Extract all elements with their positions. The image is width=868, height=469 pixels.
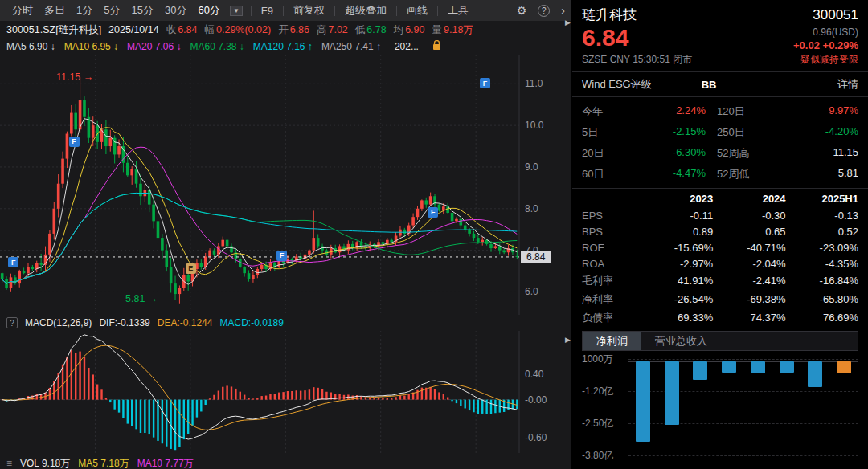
esg-row: Wind ESG评级 BB 详情: [572, 71, 868, 97]
macd-value-label: DEA:-0.1244: [158, 317, 213, 328]
quote-bar: 300051.SZ[琏升科技] 2025/10/14 收6.84幅0.29%(0…: [0, 21, 571, 39]
quote-field-label: 高: [317, 24, 327, 35]
current-price-label: 6.84: [521, 251, 551, 263]
adjust-mode-button[interactable]: 前复权: [288, 3, 330, 18]
lock-icon[interactable]: [432, 40, 441, 53]
fin-table-value: -23.09%: [786, 239, 858, 255]
chevron-right-icon[interactable]: ›: [561, 4, 565, 17]
overlay-button[interactable]: 超级叠加: [339, 3, 392, 18]
macd-axis-label: -0.60: [525, 432, 547, 443]
volume-legend-item: VOL 9.18万: [20, 457, 70, 469]
period-tab[interactable]: 5分: [98, 3, 125, 18]
candlestick-chart[interactable]: 11.010.09.08.07.06.06.84 FFEFFF11.15 →5.…: [0, 55, 572, 315]
announcement-marker-f[interactable]: F: [69, 137, 80, 147]
gear-icon[interactable]: ⚙: [517, 4, 527, 17]
period-tab[interactable]: 1分: [71, 3, 98, 18]
perf-label: 60日: [582, 167, 628, 181]
fin-table-value: -2.41%: [713, 271, 785, 290]
profit-bar[interactable]: [780, 361, 794, 373]
perf-label: 5日: [582, 125, 628, 140]
top-toolbar: 分时多日1分5分15分30分60分▼F9前复权超级叠加画线工具⚙?›: [0, 0, 571, 21]
fin-table-value: -4.35%: [786, 255, 858, 271]
fin-table-value: -26.54%: [641, 290, 713, 308]
macd-chart[interactable]: 0.40-0.00-0.60: [0, 331, 572, 453]
period-tab[interactable]: 多日: [39, 3, 71, 18]
profit-gridline: [628, 359, 858, 360]
perf-value: 5.81: [775, 167, 858, 181]
tools-button[interactable]: 工具: [442, 3, 474, 18]
perf-value: 2.24%: [628, 104, 706, 119]
announcement-marker-f[interactable]: F: [428, 207, 438, 218]
quote-field-value: 6.90: [405, 24, 424, 35]
profit-bar[interactable]: [636, 361, 650, 442]
quote-field-value: 9.18万: [444, 24, 473, 35]
period-tab[interactable]: 30分: [159, 3, 192, 18]
fin-table-value: -0.11: [641, 207, 713, 223]
announcement-marker-f[interactable]: F: [8, 257, 18, 267]
financial-table: 202320242025H1EPS-0.11-0.30-0.13BPS0.890…: [582, 190, 858, 327]
profit-bar[interactable]: [837, 361, 851, 373]
price-axis-label: 9.0: [525, 161, 538, 173]
market-status: SZSE CNY 15:30:51 闭市: [582, 53, 692, 67]
draw-button[interactable]: 画线: [401, 3, 433, 18]
period-tab[interactable]: 分时: [6, 3, 39, 18]
period-range-link[interactable]: 202...: [395, 41, 419, 52]
announcement-marker-f[interactable]: F: [480, 78, 490, 88]
quote-field-value: 6.78: [366, 24, 386, 35]
fin-table-value: -15.69%: [641, 239, 713, 255]
help-icon[interactable]: ?: [538, 5, 550, 17]
net-profit-chart[interactable]: 1000万-1.20亿-2.50亿-3.80亿1819202122232425H…: [582, 354, 858, 469]
announcement-marker-f[interactable]: F: [276, 251, 287, 261]
fin-table-value: 41.91%: [641, 271, 713, 290]
toolbar-separator: [283, 6, 284, 16]
price-annotation: 11.15 →: [56, 71, 93, 83]
period-tab[interactable]: 15分: [125, 3, 158, 18]
ma-legend-item: MA120 7.16 ↑: [253, 41, 313, 52]
fin-table-row: ROA-2.97%-2.04%-4.35%: [582, 255, 858, 271]
price-change: +0.02 +0.29%: [793, 39, 858, 51]
last-price: 6.84: [582, 25, 628, 51]
profit-bar[interactable]: [693, 361, 707, 380]
toolbar-separator: [334, 6, 335, 16]
quote-field-label: 量: [432, 24, 443, 35]
splitter-arrow-mid[interactable]: ▶: [565, 336, 571, 344]
fin-table-value: 74.37%: [713, 308, 785, 327]
profit-bar[interactable]: [808, 361, 822, 387]
event-marker-e[interactable]: E: [186, 263, 196, 274]
period-dropdown-button[interactable]: ▼: [230, 6, 243, 16]
profit-gridline: [628, 423, 858, 424]
quote-detail-panel: 琏升科技 300051 6.84 0.96(USD) +0.02 +0.29% …: [572, 0, 868, 469]
profit-zero-line: [628, 361, 858, 362]
tab-total-revenue[interactable]: 营业总收入: [641, 332, 721, 350]
macd-title: MACD(12,26,9): [25, 317, 92, 328]
quote-field: 开6.86: [278, 23, 309, 37]
tab-net-profit[interactable]: 净利润: [583, 332, 641, 350]
fin-table-value: -0.30: [713, 207, 785, 223]
financial-chart-tabs: 净利润营业总收入: [582, 331, 858, 351]
volume-pane-menu-icon[interactable]: ≡: [6, 458, 12, 469]
ma-legend-item: MA10 6.95 ↓: [64, 41, 118, 52]
profit-bar[interactable]: [722, 361, 736, 373]
price-axis-label: 6.0: [525, 286, 538, 297]
period-tab[interactable]: 60分: [192, 3, 225, 18]
profit-bar[interactable]: [751, 361, 765, 373]
fin-table-header-cell: 2025H1: [786, 190, 858, 207]
holder-warning-link[interactable]: 疑似减持受限: [800, 53, 858, 67]
profit-gridline: [628, 391, 858, 392]
esg-detail-link[interactable]: 详情: [837, 77, 858, 92]
fin-table-header-cell: 2024: [713, 190, 785, 207]
fin-table-label: ROE: [582, 239, 641, 255]
macd-value-label: DIF:-0.1339: [99, 317, 149, 328]
price-axis-label: 8.0: [525, 203, 538, 214]
ma-legend: MA5 6.90 ↓MA10 6.95 ↓MA20 7.06 ↓MA60 7.3…: [0, 39, 571, 55]
stock-code: 300051: [813, 7, 858, 23]
perf-label: 52周低: [706, 167, 775, 181]
fin-table-header-row: 202320242025H1: [582, 190, 858, 207]
price-annotation: 5.81 →: [125, 293, 158, 304]
splitter-arrow-top[interactable]: ▶: [565, 18, 571, 27]
profit-bar[interactable]: [665, 361, 679, 425]
macd-help-icon[interactable]: ?: [6, 317, 18, 328]
f9-button[interactable]: F9: [256, 5, 279, 17]
quote-field: 收6.84: [166, 23, 198, 37]
fin-table-label: BPS: [582, 223, 641, 239]
